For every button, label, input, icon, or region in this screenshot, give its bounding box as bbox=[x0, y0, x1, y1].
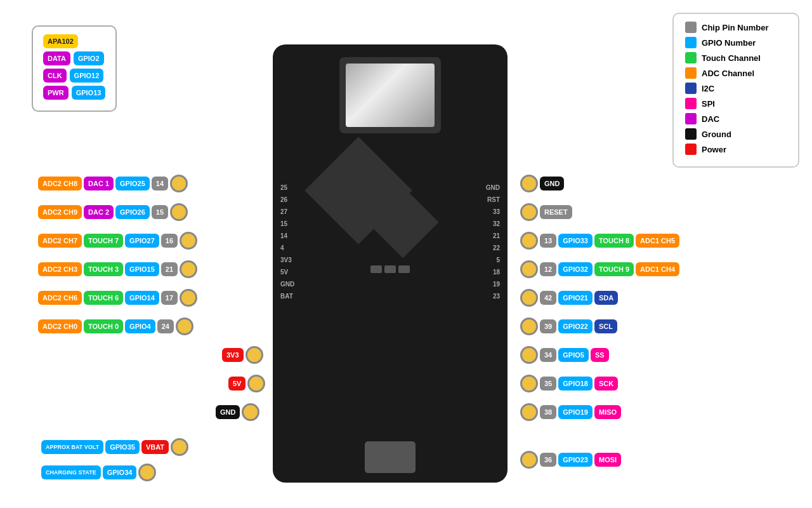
right-pin-row-6: 39 GPIO22 SCL bbox=[520, 318, 617, 335]
gpio4-badge: GPIO4 bbox=[125, 319, 155, 333]
apa102-data-gpio: GPIO2 bbox=[74, 51, 104, 65]
antenna-module bbox=[339, 57, 441, 133]
left-pin-row-10: APPROX BAT VOLT GPIO35 VBAT bbox=[41, 438, 188, 456]
gpio23-badge: GPIO23 bbox=[558, 453, 593, 467]
pin35-badge: 35 bbox=[540, 377, 556, 391]
apa102-pwr-label: PWR bbox=[43, 86, 69, 100]
legend-color-gpio bbox=[685, 37, 697, 48]
gpio32-badge: GPIO32 bbox=[558, 262, 593, 276]
adc2ch3-badge: ADC2 CH3 bbox=[38, 262, 82, 276]
pin-circle-22 bbox=[520, 318, 538, 335]
pin-circle-gnd-right bbox=[520, 175, 538, 192]
left-pin-row-2: ADC2 CH9 DAC 2 GPIO26 15 bbox=[38, 203, 188, 221]
apa102-pwr-row: PWR GPIO13 bbox=[43, 86, 105, 100]
right-pin-row-8: 35 GPIO18 SCK bbox=[520, 375, 618, 392]
left-pin-row-1: ADC2 CH8 DAC 1 GPIO25 14 bbox=[38, 175, 188, 192]
apa102-box: APA102 DATA GPIO2 CLK GPIO12 PWR GPIO13 bbox=[32, 25, 117, 112]
left-pin-row-8: 5V bbox=[228, 375, 265, 392]
gpio19-badge: GPIO19 bbox=[558, 405, 593, 419]
right-pin-row-4: 12 GPIO32 TOUCH 9 ADC1 CH4 bbox=[520, 260, 679, 278]
pin-circle-33 bbox=[520, 232, 538, 250]
gnd-right-badge: GND bbox=[540, 177, 564, 190]
legend-label-touch: Touch Channel bbox=[702, 53, 761, 63]
pin39-badge: 39 bbox=[540, 319, 556, 333]
legend-label-ground: Ground bbox=[702, 130, 731, 139]
adc1ch5-badge: ADC1 CH5 bbox=[636, 234, 679, 248]
pin-circle-3v3 bbox=[246, 346, 263, 364]
right-pin-row-5: 42 GPIO21 SDA bbox=[520, 289, 618, 307]
pin-circle-gpio34 bbox=[138, 464, 156, 481]
legend-item-i2c: I2C bbox=[685, 83, 787, 94]
legend-label-adc: ADC Channel bbox=[702, 69, 754, 78]
pin-circle-21 bbox=[180, 260, 197, 278]
pin16-badge: 16 bbox=[161, 234, 178, 248]
gpio21-badge: GPIO21 bbox=[558, 291, 593, 305]
apa102-clk-gpio: GPIO12 bbox=[70, 69, 104, 83]
legend-label-power: Power bbox=[702, 145, 726, 154]
gpio27-badge: GPIO27 bbox=[125, 234, 159, 248]
pin-circle-14 bbox=[170, 175, 188, 192]
pin-circle-rst bbox=[520, 203, 538, 221]
pin15-badge: 15 bbox=[152, 205, 168, 219]
pin24-badge: 24 bbox=[157, 319, 174, 333]
pin17-badge: 17 bbox=[161, 291, 178, 305]
legend-item-power: Power bbox=[685, 144, 787, 155]
pin-circle-19 bbox=[520, 403, 538, 421]
pin-circle-vbat bbox=[171, 438, 188, 456]
dac1-badge: DAC 1 bbox=[84, 177, 114, 190]
mosi-badge: MOSI bbox=[594, 453, 621, 467]
pin-circle-32 bbox=[520, 260, 538, 278]
legend-color-ground bbox=[685, 128, 697, 140]
legend-box: Chip Pin Number GPIO Number Touch Channe… bbox=[672, 13, 799, 168]
sck-badge: SCK bbox=[594, 377, 618, 391]
legend-label-i2c: I2C bbox=[702, 84, 714, 93]
legend-item-touch: Touch Channel bbox=[685, 52, 787, 64]
legend-item-adc: ADC Channel bbox=[685, 67, 787, 79]
legend-color-power bbox=[685, 144, 697, 155]
miso-badge: MISO bbox=[594, 405, 621, 419]
left-pin-row-3: ADC2 CH7 TOUCH 7 GPIO27 16 bbox=[38, 232, 197, 250]
approx-bat-badge: APPROX BAT VOLT bbox=[41, 440, 103, 454]
touch8-badge: TOUCH 8 bbox=[594, 234, 634, 248]
legend-color-chip-pin bbox=[685, 22, 697, 33]
reset-badge: RESET bbox=[540, 205, 572, 219]
adc2ch9-badge: ADC2 CH9 bbox=[38, 205, 82, 219]
gpio14-badge: GPIO14 bbox=[125, 291, 159, 305]
legend-color-dac bbox=[685, 113, 697, 124]
pin38-badge: 38 bbox=[540, 405, 556, 419]
pin-circle-5v bbox=[247, 375, 265, 392]
legend-color-adc bbox=[685, 67, 697, 79]
pin-circle-gnd-left bbox=[242, 403, 259, 421]
gpio33-badge: GPIO33 bbox=[558, 234, 593, 248]
touch3-badge: TOUCH 3 bbox=[84, 262, 123, 276]
right-pin-row-1: GND bbox=[520, 175, 564, 192]
left-pin-row-9: GND bbox=[216, 403, 259, 421]
right-pin-row-10: 36 GPIO23 MOSI bbox=[520, 451, 621, 469]
vbat-badge: VBAT bbox=[141, 440, 169, 454]
apa102-badge: APA102 bbox=[43, 34, 78, 48]
adc2ch0-badge: ADC2 CH0 bbox=[38, 319, 82, 333]
legend-color-spi bbox=[685, 98, 697, 109]
legend-item-spi: SPI bbox=[685, 98, 787, 109]
legend-item-dac: DAC bbox=[685, 113, 787, 124]
legend-label-spi: SPI bbox=[702, 99, 715, 109]
touch9-badge: TOUCH 9 bbox=[594, 262, 634, 276]
left-pin-row-7: 3V3 bbox=[222, 346, 263, 364]
chip-area bbox=[308, 146, 473, 273]
apa102-pwr-gpio: GPIO13 bbox=[72, 86, 106, 100]
gpio5-badge: GPIO5 bbox=[558, 348, 589, 362]
touch7-badge: TOUCH 7 bbox=[84, 234, 123, 248]
usb-connector bbox=[365, 441, 416, 473]
legend-item-ground: Ground bbox=[685, 128, 787, 140]
pin-circle-15 bbox=[170, 203, 188, 221]
sda-badge: SDA bbox=[594, 291, 618, 305]
adc2ch6-badge: ADC2 CH6 bbox=[38, 291, 82, 305]
right-pin-row-3: 13 GPIO33 TOUCH 8 ADC1 CH5 bbox=[520, 232, 679, 250]
legend-color-i2c bbox=[685, 83, 697, 94]
dac2-badge: DAC 2 bbox=[84, 205, 114, 219]
legend-label-dac: DAC bbox=[702, 114, 719, 124]
scl-badge: SCL bbox=[594, 319, 617, 333]
pin42-badge: 42 bbox=[540, 291, 556, 305]
gpio35-badge: GPIO35 bbox=[105, 440, 140, 454]
left-pin-row-5: ADC2 CH6 TOUCH 6 GPIO14 17 bbox=[38, 289, 197, 307]
